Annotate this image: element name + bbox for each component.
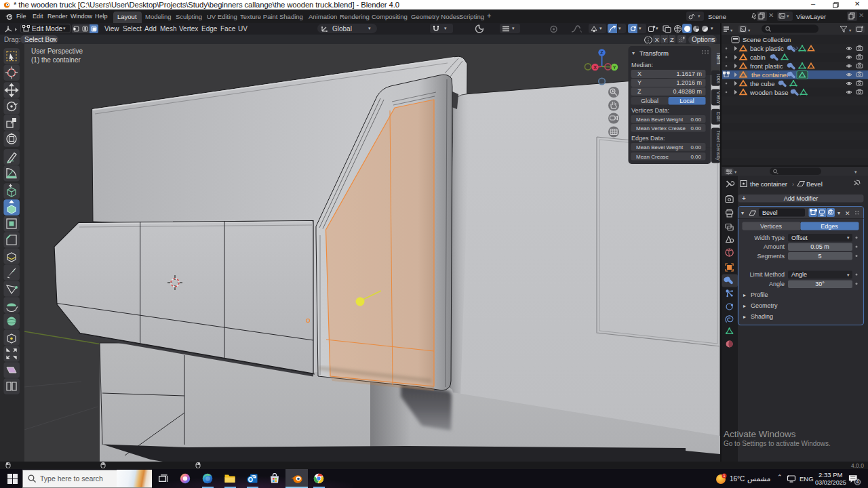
svg-text:Angle: Angle <box>769 280 785 287</box>
svg-text:+: + <box>742 195 746 202</box>
svg-text:Limit Method: Limit Method <box>749 271 785 278</box>
svg-text:✕: ✕ <box>845 209 850 216</box>
svg-text:0.00: 0.00 <box>690 117 701 123</box>
svg-text:0.48288 m: 0.48288 m <box>673 88 702 95</box>
svg-text:Global: Global <box>641 98 658 104</box>
svg-text:0.00: 0.00 <box>690 154 701 160</box>
svg-text:Profile: Profile <box>751 291 768 298</box>
svg-text:Y: Y <box>637 79 642 86</box>
svg-text:▾: ▾ <box>632 50 635 56</box>
svg-text:the container: the container <box>751 70 789 78</box>
svg-text:Local: Local <box>679 98 694 104</box>
svg-text:front plastic: front plastic <box>750 62 783 69</box>
svg-text:Mean Crease: Mean Crease <box>636 154 669 160</box>
svg-text:1.1617 m: 1.1617 m <box>676 70 702 77</box>
svg-text:▾: ▾ <box>847 235 850 240</box>
svg-text:Geometry: Geometry <box>751 302 778 309</box>
svg-text:the container: the container <box>750 180 787 188</box>
svg-text:Amount: Amount <box>764 243 785 250</box>
svg-text:Transform: Transform <box>639 49 669 57</box>
svg-text:▸: ▸ <box>743 313 746 319</box>
svg-text:User Perspective: User Perspective <box>31 47 83 55</box>
svg-text:wooden base: wooden base <box>749 88 789 96</box>
svg-text:▾: ▾ <box>741 210 744 216</box>
svg-text:Y: Y <box>613 65 616 70</box>
svg-text:Width Type: Width Type <box>754 234 785 241</box>
svg-text:X: X <box>637 70 642 77</box>
svg-text:›: › <box>792 180 794 187</box>
svg-text:0.05 m: 0.05 m <box>810 243 829 250</box>
svg-text:Vertices Data:: Vertices Data: <box>631 107 669 114</box>
svg-text:Shading: Shading <box>751 313 773 320</box>
svg-text:0.00: 0.00 <box>690 125 701 131</box>
svg-text:▾: ▾ <box>847 272 850 277</box>
svg-text:X: X <box>593 65 597 70</box>
svg-text:Scene Collection: Scene Collection <box>743 36 791 43</box>
svg-text:5: 5 <box>818 252 821 259</box>
svg-text:▸: ▸ <box>743 291 746 298</box>
svg-text:Bevel: Bevel <box>806 180 823 188</box>
svg-text:0.00: 0.00 <box>690 144 701 150</box>
svg-text:▸: ▸ <box>743 302 746 308</box>
svg-text:Z: Z <box>600 50 604 55</box>
svg-text:(1) the container: (1) the container <box>31 56 81 64</box>
svg-text:Add Modifier: Add Modifier <box>784 195 818 202</box>
svg-text:the cube: the cube <box>750 79 774 87</box>
svg-text:Mean Bevel Weight: Mean Bevel Weight <box>636 144 684 150</box>
svg-text:cabin: cabin <box>750 53 766 60</box>
svg-text:1.2016 m: 1.2016 m <box>676 79 702 86</box>
svg-text:Mean Vertex Crease: Mean Vertex Crease <box>636 125 686 131</box>
svg-text:30°: 30° <box>815 281 825 287</box>
svg-text:Median:: Median: <box>631 62 653 68</box>
svg-text:back plastic: back plastic <box>750 45 784 52</box>
svg-text:Segments: Segments <box>757 252 785 259</box>
svg-text:▾: ▾ <box>854 169 857 174</box>
svg-text:Edges: Edges <box>821 222 838 229</box>
svg-text:Z: Z <box>637 88 642 95</box>
svg-text:Angle: Angle <box>791 271 807 278</box>
svg-text:Edges Data:: Edges Data: <box>631 135 665 142</box>
svg-text:Vertices: Vertices <box>760 222 783 229</box>
svg-text:Offset: Offset <box>791 234 808 241</box>
svg-text:▾: ▾ <box>837 210 840 216</box>
svg-text:Bevel: Bevel <box>762 209 778 216</box>
svg-text:Mean Bevel Weight: Mean Bevel Weight <box>636 117 684 123</box>
svg-text:4: 4 <box>856 479 859 484</box>
